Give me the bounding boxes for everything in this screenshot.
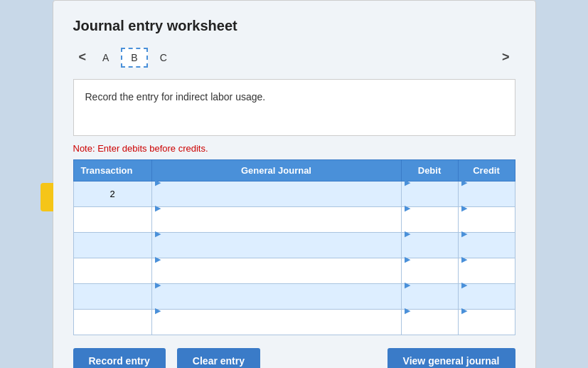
credit-arrow-icon: ▶ <box>459 229 467 238</box>
debit-arrow-icon: ▶ <box>402 280 410 289</box>
credit-arrow-icon: ▶ <box>459 178 467 186</box>
transaction-cell <box>73 284 151 310</box>
credit-arrow-icon: ▶ <box>459 255 467 263</box>
debit-input[interactable] <box>402 315 458 340</box>
buttons-row: Record entry Clear entry View general jo… <box>73 348 515 368</box>
credit-arrow-icon: ▶ <box>459 306 467 315</box>
credit-arrow-icon: ▶ <box>459 280 467 289</box>
clear-entry-button[interactable]: Clear entry <box>177 348 260 368</box>
debit-arrow-icon: ▶ <box>402 229 410 238</box>
row-arrow-icon: ▶ <box>152 229 161 238</box>
row-arrow-icon: ▶ <box>152 178 161 186</box>
table-header-row: Transaction General Journal Debit Credit <box>73 160 515 182</box>
view-general-journal-button[interactable]: View general journal <box>387 348 515 368</box>
general-journal-input[interactable] <box>152 264 401 289</box>
tab-a[interactable]: A <box>93 48 118 67</box>
debit-arrow-icon: ▶ <box>402 255 410 263</box>
tab-c[interactable]: C <box>151 48 176 67</box>
worksheet-container: Journal entry worksheet < A B C > Record… <box>53 0 536 368</box>
row-arrow-icon: ▶ <box>152 204 161 212</box>
transaction-cell <box>73 258 151 284</box>
instruction-box: Record the entry for indirect labor usag… <box>73 79 515 136</box>
yellow-tab <box>41 183 53 211</box>
next-nav-arrow[interactable]: > <box>496 47 515 68</box>
general-journal-input[interactable] <box>152 238 401 263</box>
instruction-text: Record the entry for indirect labor usag… <box>85 91 266 102</box>
general-journal-input[interactable] <box>152 315 401 340</box>
col-general-journal: General Journal <box>151 160 401 182</box>
general-journal-input[interactable] <box>152 213 401 238</box>
worksheet-title: Journal entry worksheet <box>73 18 515 34</box>
table-row: 2▶▶▶ <box>73 182 515 207</box>
transaction-cell <box>73 310 151 335</box>
debit-arrow-icon: ▶ <box>402 306 410 315</box>
tabs-row: < A B C > <box>73 47 515 68</box>
row-arrow-icon: ▶ <box>152 255 161 263</box>
credit-input[interactable] <box>459 315 515 340</box>
debit-arrow-icon: ▶ <box>402 204 410 212</box>
col-transaction: Transaction <box>73 160 151 182</box>
prev-nav-arrow[interactable]: < <box>73 47 92 68</box>
record-entry-button[interactable]: Record entry <box>73 348 166 368</box>
transaction-cell: 2 <box>73 182 151 207</box>
journal-table: Transaction General Journal Debit Credit… <box>73 159 515 335</box>
general-journal-cell[interactable]: ▶ <box>151 182 401 207</box>
row-arrow-icon: ▶ <box>152 280 161 289</box>
credit-arrow-icon: ▶ <box>459 204 467 212</box>
debit-arrow-icon: ▶ <box>402 178 410 186</box>
transaction-cell <box>73 207 151 233</box>
note-text: Note: Enter debits before credits. <box>73 143 515 154</box>
transaction-cell <box>73 233 151 258</box>
row-arrow-icon: ▶ <box>152 306 161 315</box>
tab-b[interactable]: B <box>121 48 147 68</box>
general-journal-input[interactable] <box>152 187 401 212</box>
general-journal-input[interactable] <box>152 290 401 315</box>
